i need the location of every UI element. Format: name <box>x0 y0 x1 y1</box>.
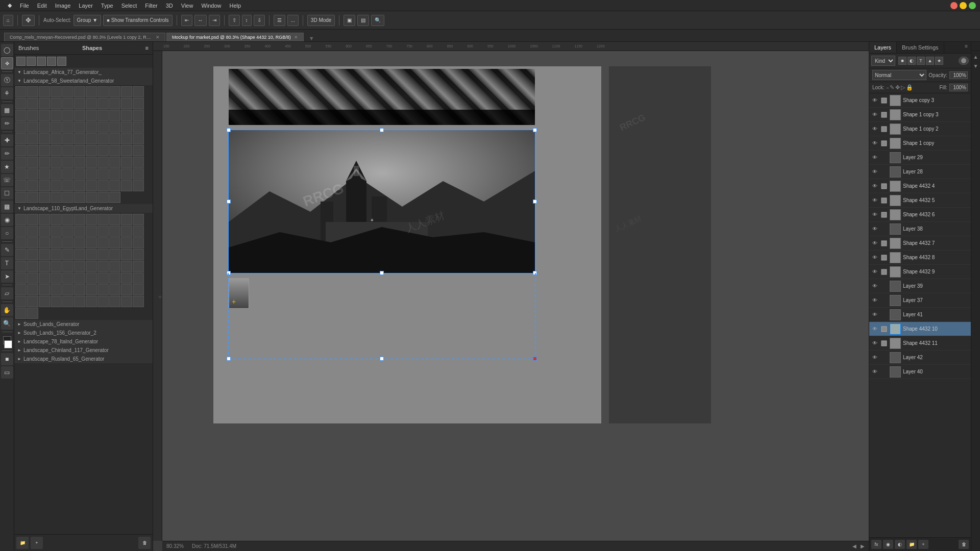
tool-rectangle-marquee[interactable]: ◯ <box>1 44 13 56</box>
shape-cell-e66[interactable] <box>15 284 27 295</box>
shape-cell-46[interactable] <box>39 133 50 144</box>
shape-cell-e50[interactable] <box>86 261 97 272</box>
shape-cell-50[interactable] <box>86 133 97 144</box>
shape-cell-e43[interactable] <box>133 249 144 260</box>
shape-cell-21[interactable] <box>133 98 144 109</box>
layer-item-layer_39[interactable]: 👁Layer 39 <box>869 279 971 293</box>
shape-cell-96[interactable] <box>109 180 120 191</box>
tool-clone[interactable]: ★ <box>1 161 13 173</box>
shape-cell-16[interactable] <box>74 98 85 109</box>
shape-cell-8[interactable] <box>109 86 120 97</box>
shape-cell-57[interactable] <box>39 145 50 156</box>
shape-cell-43[interactable] <box>133 121 144 133</box>
shape-cell-22[interactable] <box>15 110 27 121</box>
shape-cell-e2[interactable] <box>39 214 50 225</box>
shape-cell-e6[interactable] <box>86 214 97 225</box>
shape-cell-e24[interactable] <box>39 237 50 248</box>
shape-cell-e28[interactable] <box>86 237 97 248</box>
shape-cell-e41[interactable] <box>109 249 120 260</box>
layer-item-shape_1_copy_2[interactable]: 👁Shape 1 copy 2 <box>869 122 971 136</box>
menu-select[interactable]: Select <box>118 2 141 10</box>
layer-item-shape_1_copy[interactable]: 👁Shape 1 copy <box>869 136 971 151</box>
shape-cell-e47[interactable] <box>51 261 62 272</box>
layer-item-shape_4432_9[interactable]: 👁Shape 4432 9 <box>869 265 971 279</box>
shape-cell-e11[interactable] <box>15 226 27 237</box>
tool-zoom[interactable]: 🔍 <box>1 317 13 330</box>
tool-lasso[interactable]: Ⓨ <box>1 74 13 86</box>
layer-item-shape_4432_4[interactable]: 👁Shape 4432 4 <box>869 179 971 193</box>
shape-cell-e57[interactable] <box>39 272 50 284</box>
tool-path-selection[interactable]: ➤ <box>1 270 13 283</box>
shape-type-poly[interactable] <box>47 57 56 66</box>
shape-cell-25[interactable] <box>51 110 62 121</box>
shape-cell-51[interactable] <box>97 133 109 144</box>
shape-cell-e34[interactable] <box>27 249 38 260</box>
shape-cell-99[interactable] <box>15 192 27 203</box>
shape-cell-64[interactable] <box>121 145 132 156</box>
shape-cell-e78[interactable] <box>27 296 38 307</box>
shape-cell-3[interactable] <box>51 86 62 97</box>
shape-cell-e65[interactable] <box>133 272 144 284</box>
shape-cell-e79[interactable] <box>39 296 50 307</box>
filter-smart[interactable]: ★ <box>935 57 943 65</box>
tool-pen[interactable]: ✎ <box>1 244 13 256</box>
shape-cell-53[interactable] <box>121 133 132 144</box>
window-close-btn[interactable] <box>950 2 958 9</box>
shape-type-all[interactable] <box>16 57 26 66</box>
shape-cell-e26[interactable] <box>62 237 74 248</box>
shape-cell-31[interactable] <box>121 110 132 121</box>
tab-mockup[interactable]: Mockup for market.psd @ 80.3% (Shape 443… <box>166 33 304 41</box>
shape-cell-80[interactable] <box>51 168 62 180</box>
shape-cell-103[interactable] <box>62 192 74 203</box>
shape-cell-e10[interactable] <box>133 214 144 225</box>
shape-cell-e30[interactable] <box>109 237 120 248</box>
shape-cell-88[interactable] <box>15 180 27 191</box>
menu-help[interactable]: Help <box>226 2 245 10</box>
layer-item-shape_1_copy_3[interactable]: 👁Shape 1 copy 3 <box>869 108 971 122</box>
shape-cell-e32[interactable] <box>133 237 144 248</box>
layer-group[interactable]: 📁 <box>906 540 917 549</box>
shape-cell-58[interactable] <box>51 145 62 156</box>
shape-cell-92[interactable] <box>62 180 74 191</box>
tool-crop[interactable]: ▦ <box>1 104 13 116</box>
group-egypt[interactable]: ▼ Landscape_110_EgyptLand_Generator <box>14 204 153 213</box>
tab-comp[interactable]: Comp_mels_mneyan-Recovered.psd @ 80.3% (… <box>4 33 165 41</box>
panel-new-group[interactable]: 📁 <box>16 537 29 549</box>
group-south[interactable]: ► South_Lands_Generator <box>14 320 153 329</box>
shape-cell-e21[interactable] <box>133 226 144 237</box>
shape-cell-e16[interactable] <box>74 226 85 237</box>
shape-cell-47[interactable] <box>51 133 62 144</box>
shape-cell-e59[interactable] <box>62 272 74 284</box>
shape-cell-e71[interactable] <box>74 284 85 295</box>
shape-cell-e69[interactable] <box>51 284 62 295</box>
tab-mockup-close[interactable]: ✕ <box>294 35 298 40</box>
menu-image[interactable]: Image <box>52 2 75 10</box>
shape-cell-e86[interactable] <box>121 296 132 307</box>
shape-cell-65[interactable] <box>133 145 144 156</box>
shape-cell-4[interactable] <box>62 86 74 97</box>
shape-cell-e38[interactable] <box>74 249 85 260</box>
layer-item-layer_41[interactable]: 👁Layer 41 <box>869 308 971 322</box>
lock-pixels[interactable]: ✎ <box>890 84 894 91</box>
layer-item-shape_4432_6[interactable]: 👁Shape 4432 6 <box>869 208 971 222</box>
layer-item-layer_40[interactable]: 👁Layer 40 <box>869 365 971 379</box>
shape-cell-84[interactable] <box>97 168 109 180</box>
shape-cell-e60[interactable] <box>74 272 85 284</box>
shape-cell-e9[interactable] <box>121 214 132 225</box>
shape-cell-18[interactable] <box>97 98 109 109</box>
handle-ext-bm[interactable] <box>380 357 384 361</box>
shape-cell-94[interactable] <box>86 180 97 191</box>
shape-cell-e77[interactable] <box>15 296 27 307</box>
shape-cell-e13[interactable] <box>39 226 50 237</box>
layer-visibility-layer_41[interactable]: 👁 <box>871 311 878 318</box>
shape-cell-89[interactable] <box>27 180 38 191</box>
shape-cell-e31[interactable] <box>121 237 132 248</box>
tab-layers[interactable]: Layers <box>869 42 897 53</box>
shape-cell-30[interactable] <box>109 110 120 121</box>
shape-cell-39[interactable] <box>86 121 97 133</box>
shape-cell-17[interactable] <box>86 98 97 109</box>
shape-cell-e70[interactable] <box>62 284 74 295</box>
layer-visibility-shape_1_copy_2[interactable]: 👁 <box>871 126 878 133</box>
shape-cell-e64[interactable] <box>121 272 132 284</box>
lock-position[interactable]: ✥ <box>895 84 900 91</box>
